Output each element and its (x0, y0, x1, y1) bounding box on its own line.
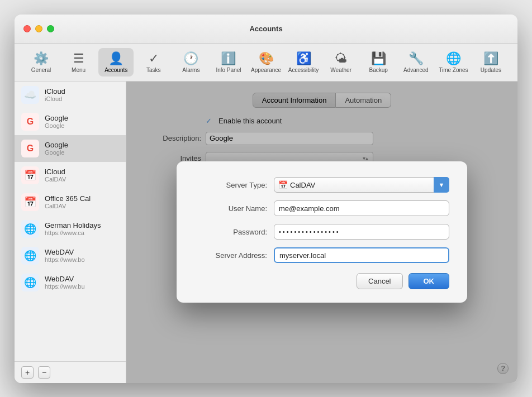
ok-button[interactable]: OK (408, 273, 450, 289)
traffic-lights (23, 25, 54, 32)
toolbar-accounts-label: Accounts (104, 67, 127, 73)
remove-account-button[interactable]: − (38, 366, 50, 379)
toolbar-info-panel[interactable]: ℹ️ Info Panel (211, 48, 246, 76)
server-type-select[interactable]: CalDAV (274, 177, 449, 193)
webdav1-icon: 🌐 (21, 247, 39, 265)
server-address-input[interactable] (274, 247, 449, 263)
sidebar-webdav2-text: WebDAV https://www.bu (45, 275, 85, 290)
icloud2-icon: 📅 (21, 166, 39, 184)
icloud1-icon: ☁️ (21, 86, 39, 104)
server-settings-dialog: Server Type: 📅 CalDAV ▼ User Name: (177, 161, 467, 303)
accounts-icon: 👤 (108, 51, 124, 66)
sidebar-item-german[interactable]: 🌐 German Holidays https://www.ca (15, 216, 126, 242)
toolbar-weather-label: Weather (330, 67, 352, 73)
sidebar: ☁️ iCloud iCloud G Google Google G Googl… (15, 82, 126, 383)
toolbar-tasks[interactable]: ✓ Tasks (136, 48, 171, 76)
toolbar-backup-label: Backup (369, 67, 388, 73)
weather-icon: 🌤 (335, 51, 347, 66)
office365-icon: 📅 (21, 193, 39, 211)
toolbar-menu[interactable]: ☰ Menu (61, 48, 96, 76)
server-address-label: Server Address: (194, 251, 267, 260)
password-input[interactable] (274, 224, 449, 240)
google1-icon: G (21, 113, 39, 131)
main-window: Accounts ⚙️ General ☰ Menu 👤 Accounts ✓ … (15, 15, 517, 383)
toolbar-weather[interactable]: 🌤 Weather (324, 48, 359, 76)
sidebar-item-webdav2[interactable]: 🌐 WebDAV https://www.bu (15, 269, 126, 296)
toolbar-alarms-label: Alarms (182, 67, 200, 73)
toolbar-updates[interactable]: ⬆️ Updates (473, 48, 509, 76)
german-icon: 🌐 (21, 220, 39, 238)
sidebar-item-office365[interactable]: 📅 Office 365 Cal CalDAV (15, 189, 126, 216)
title-bar: Accounts (15, 15, 517, 44)
toolbar-advanced-label: Advanced (403, 67, 428, 73)
advanced-icon: 🔧 (408, 51, 424, 66)
minimize-button[interactable] (35, 25, 42, 32)
right-panel: Account Information Automation ✓ Enable … (126, 82, 517, 383)
toolbar-advanced[interactable]: 🔧 Advanced (398, 48, 434, 76)
sidebar-google2-text: Google Google (45, 141, 68, 156)
sidebar-google1-text: Google Google (45, 114, 68, 129)
close-button[interactable] (23, 25, 31, 32)
username-input[interactable] (274, 200, 449, 216)
sidebar-german-text: German Holidays https://www.ca (45, 221, 101, 236)
webdav2-icon: 🌐 (21, 274, 39, 291)
toolbar: ⚙️ General ☰ Menu 👤 Accounts ✓ Tasks 🕐 A… (15, 44, 517, 82)
sidebar-item-google1[interactable]: G Google Google (15, 108, 126, 135)
alarms-icon: 🕐 (183, 51, 198, 66)
toolbar-time-zones-label: Time Zones (439, 67, 468, 73)
password-row: Password: (194, 224, 449, 240)
sidebar-icloud2-text: iCloud CalDAV (45, 168, 66, 183)
toolbar-accessibility[interactable]: ♿ Accessibility (286, 48, 321, 76)
toolbar-accessibility-label: Accessibility (288, 67, 319, 73)
cancel-button[interactable]: Cancel (357, 273, 402, 289)
toolbar-updates-label: Updates (481, 67, 501, 73)
username-label: User Name: (194, 204, 267, 213)
appearance-icon: 🎨 (259, 51, 274, 66)
menu-icon: ☰ (73, 51, 84, 66)
modal-overlay: Server Type: 📅 CalDAV ▼ User Name: (126, 82, 517, 383)
toolbar-accounts[interactable]: 👤 Accounts (98, 48, 134, 76)
sidebar-webdav1-text: WebDAV https://www.bo (45, 248, 85, 263)
sidebar-item-google2[interactable]: G Google Google (15, 135, 126, 162)
info-panel-icon: ℹ️ (221, 51, 236, 66)
server-address-row: Server Address: (194, 247, 449, 263)
sidebar-icloud1-text: iCloud iCloud (45, 87, 65, 102)
toolbar-general-label: General (31, 67, 51, 73)
toolbar-menu-label: Menu (72, 67, 86, 73)
toolbar-backup[interactable]: 💾 Backup (361, 48, 396, 76)
sidebar-item-webdav1[interactable]: 🌐 WebDAV https://www.bo (15, 242, 126, 269)
modal-buttons: Cancel OK (194, 273, 449, 289)
add-account-button[interactable]: + (21, 366, 34, 379)
accessibility-icon: ♿ (296, 51, 311, 66)
maximize-button[interactable] (47, 25, 54, 32)
general-icon: ⚙️ (34, 51, 49, 66)
toolbar-general[interactable]: ⚙️ General (23, 48, 59, 76)
toolbar-appearance[interactable]: 🎨 Appearance (248, 48, 283, 76)
toolbar-alarms[interactable]: 🕐 Alarms (173, 48, 208, 76)
main-content: ☁️ iCloud iCloud G Google Google G Googl… (15, 82, 517, 383)
sidebar-office365-text: Office 365 Cal CalDAV (45, 194, 91, 209)
google2-icon: G (21, 140, 39, 157)
server-type-label: Server Type: (194, 181, 267, 189)
time-zones-icon: 🌐 (446, 51, 461, 66)
sidebar-footer: + − (15, 361, 126, 383)
server-type-row: Server Type: 📅 CalDAV ▼ (194, 177, 449, 193)
toolbar-appearance-label: Appearance (251, 67, 281, 73)
toolbar-tasks-label: Tasks (146, 67, 161, 73)
toolbar-info-panel-label: Info Panel (216, 67, 241, 73)
sidebar-item-icloud1[interactable]: ☁️ iCloud iCloud (15, 82, 126, 108)
window-title: Accounts (23, 25, 509, 33)
password-label: Password: (194, 228, 267, 236)
server-type-select-wrapper: 📅 CalDAV ▼ (274, 177, 449, 193)
sidebar-item-icloud2[interactable]: 📅 iCloud CalDAV (15, 162, 126, 189)
tasks-icon: ✓ (149, 51, 159, 66)
toolbar-time-zones[interactable]: 🌐 Time Zones (436, 48, 471, 76)
username-row: User Name: (194, 200, 449, 216)
backup-icon: 💾 (371, 51, 386, 66)
updates-icon: ⬆️ (483, 51, 498, 66)
